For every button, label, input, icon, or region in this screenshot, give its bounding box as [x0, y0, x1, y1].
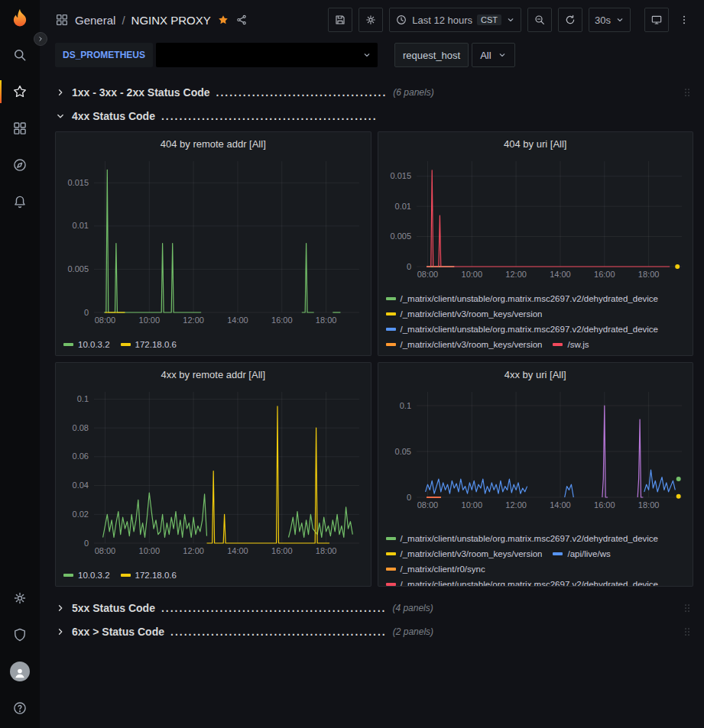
legend-item[interactable]: /_matrix/client/unstable/org.matrix.msc2…	[386, 322, 659, 337]
panel-404-by-remote-addr: 404 by remote addr [All]00.0050.010.0150…	[55, 131, 371, 356]
svg-text:12:00: 12:00	[183, 546, 204, 555]
legend-item[interactable]: 10.0.3.2	[63, 568, 110, 583]
panel-title[interactable]: 404 by uri [All]	[378, 132, 693, 155]
sidebar-item-help[interactable]	[0, 690, 40, 726]
sidebar	[0, 0, 40, 728]
dashboard-menu-kebab[interactable]	[675, 8, 693, 32]
grafana-logo[interactable]	[9, 8, 31, 29]
panel-title[interactable]: 404 by remote addr [All]	[56, 132, 371, 155]
timeseries-svg: 00.0050.010.01508:0010:0012:0014:0016:00…	[60, 155, 367, 326]
svg-text:08:00: 08:00	[95, 315, 116, 325]
tv-mode-button[interactable]	[644, 8, 669, 32]
legend-swatch	[121, 574, 131, 577]
sidebar-item-server-admin[interactable]	[0, 616, 40, 653]
chart-canvas[interactable]: 00.050.108:0010:0012:0014:0016:0018:00	[378, 386, 693, 514]
legend-item[interactable]: /_matrix/client/unstable/org.matrix.msc2…	[386, 531, 659, 546]
svg-text:08:00: 08:00	[95, 546, 116, 555]
clock-icon	[395, 14, 407, 26]
sidebar-item-settings[interactable]	[0, 580, 40, 616]
row-header-6xx[interactable]: 6xx > Status Code ......................…	[55, 621, 693, 642]
panel-title[interactable]: 4xx by uri [All]	[378, 363, 693, 386]
refresh-button[interactable]	[558, 8, 582, 32]
panel-grid: 404 by remote addr [All]00.0050.010.0150…	[55, 131, 693, 587]
legend-item[interactable]: /_matrix/client/r0/sync	[386, 561, 485, 577]
legend-item[interactable]: 10.0.3.2	[63, 337, 110, 352]
svg-text:0.1: 0.1	[399, 401, 410, 410]
svg-text:12:00: 12:00	[505, 500, 527, 510]
save-dashboard-button[interactable]	[328, 8, 352, 32]
svg-text:08:00: 08:00	[417, 270, 438, 279]
legend-label: /_matrix/client/unstable/org.matrix.msc2…	[401, 294, 659, 303]
svg-text:18:00: 18:00	[637, 270, 659, 279]
row-dots: ......................................	[216, 86, 388, 99]
drag-handle-icon[interactable]	[681, 626, 693, 638]
variables-bar: DS_PROMETHEUS request_host All	[40, 40, 704, 75]
chevron-down-icon	[362, 50, 371, 60]
svg-text:0.1: 0.1	[77, 394, 89, 403]
sidebar-item-alerting[interactable]	[0, 183, 40, 220]
drag-handle-icon[interactable]	[681, 86, 693, 99]
sidebar-bottom	[0, 580, 40, 728]
request-host-select[interactable]: All	[472, 43, 514, 67]
chart-canvas[interactable]: 00.0050.010.01508:0010:0012:0014:0016:00…	[56, 155, 371, 329]
sidebar-item-starred[interactable]	[0, 73, 40, 110]
sidebar-item-profile[interactable]	[0, 653, 40, 690]
user-icon	[12, 665, 28, 681]
legend-item[interactable]: /_matrix/client/unstable/org.matrix.msc2…	[386, 577, 659, 586]
star-icon	[12, 84, 28, 99]
panel-title[interactable]: 4xx by remote addr [All]	[56, 363, 371, 386]
breadcrumb-separator: /	[122, 14, 125, 27]
drag-handle-icon[interactable]	[681, 602, 693, 614]
legend-item[interactable]: /_matrix/client/unstable/org.matrix.msc2…	[386, 291, 659, 306]
legend-item[interactable]: 172.18.0.6	[121, 568, 177, 583]
legend-item[interactable]: /_matrix/client/v3/room_keys/version	[386, 546, 543, 561]
sidebar-item-explore[interactable]	[0, 147, 40, 183]
search-icon	[12, 47, 28, 63]
row-header-1xx-3xx-2xx[interactable]: 1xx - 3xx - 2xx Status Code ............…	[55, 82, 693, 103]
refresh-interval-picker[interactable]: 30s	[589, 8, 631, 32]
chevron-down-icon	[498, 50, 507, 60]
legend-item[interactable]: /_matrix/client/v3/room_keys/version	[386, 337, 543, 352]
row-header-5xx[interactable]: 5xx Status Code ........................…	[55, 597, 693, 619]
datasource-select[interactable]	[156, 43, 378, 67]
row-header-4xx[interactable]: 4xx Status Code ........................…	[55, 105, 693, 127]
zoom-out-icon	[534, 14, 546, 26]
time-range-picker[interactable]: Last 12 hours CST	[389, 8, 521, 32]
legend-swatch	[386, 537, 396, 540]
dashboard-settings-button[interactable]	[358, 8, 383, 32]
favorite-star-icon[interactable]	[217, 14, 229, 26]
svg-text:0.015: 0.015	[390, 171, 411, 180]
row-panel-count: (4 panels)	[392, 603, 433, 613]
chart-canvas[interactable]: 00.020.040.060.080.108:0010:0012:0014:00…	[56, 386, 371, 560]
svg-text:0.01: 0.01	[394, 202, 410, 211]
variable-ds-prometheus-label[interactable]: DS_PROMETHEUS	[55, 43, 153, 67]
svg-text:10:00: 10:00	[461, 500, 482, 510]
legend-swatch	[553, 343, 563, 346]
dashboard-section-icon	[55, 13, 69, 27]
legend-item[interactable]: /api/live/ws	[553, 546, 610, 561]
legend-item[interactable]: /sw.js	[553, 337, 589, 352]
svg-text:14:00: 14:00	[227, 546, 248, 555]
breadcrumb-dashboard-title[interactable]: NGINX PROXY	[131, 14, 211, 27]
toolbar-actions: Last 12 hours CST 30s	[328, 8, 693, 32]
gear-icon	[12, 590, 28, 606]
chart-canvas[interactable]: 00.0050.010.01508:0010:0012:0014:0016:00…	[378, 155, 693, 283]
share-icon[interactable]	[235, 14, 248, 26]
legend-label: /api/live/ws	[567, 549, 610, 558]
sidebar-item-dashboards[interactable]	[0, 110, 40, 147]
chevron-down-icon	[615, 15, 625, 24]
legend-label: /_matrix/client/v3/room_keys/version	[401, 309, 543, 319]
row-title: 1xx - 3xx - 2xx Status Code	[72, 86, 210, 99]
sidebar-expand-button[interactable]	[34, 32, 47, 46]
zoom-out-button[interactable]	[527, 8, 552, 32]
legend-item[interactable]: 172.18.0.6	[121, 337, 177, 352]
timezone-badge: CST	[477, 15, 501, 25]
row-dots: ........................................…	[161, 110, 378, 122]
legend-swatch	[386, 297, 396, 300]
breadcrumb-section[interactable]: General	[75, 14, 115, 27]
panel-legend: 10.0.3.2172.18.0.6	[56, 566, 371, 586]
row-dots: ........................................…	[170, 626, 387, 638]
svg-text:10:00: 10:00	[139, 546, 161, 555]
chevron-right-icon	[55, 626, 66, 637]
legend-item[interactable]: /_matrix/client/v3/room_keys/version	[386, 306, 543, 322]
